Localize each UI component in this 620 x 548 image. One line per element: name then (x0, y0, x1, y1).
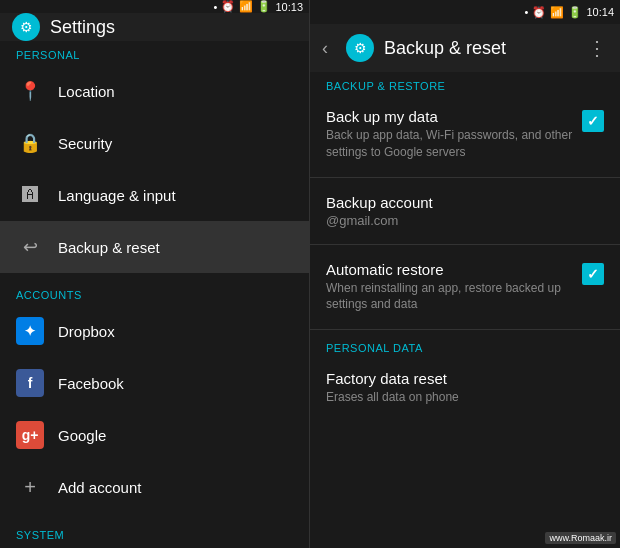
section-personal-data: PERSONAL DATA Factory data reset Erases … (310, 334, 620, 418)
factory-reset-title: Factory data reset (326, 370, 604, 387)
status-bar-right: • ⏰ 📶 🔋 10:14 (310, 0, 620, 24)
settings-title: Settings (50, 17, 297, 38)
backup-label: Backup & reset (58, 239, 160, 256)
divider-personal-data (310, 329, 620, 330)
security-label: Security (58, 135, 112, 152)
auto-restore-desc: When reinstalling an app, restore backed… (326, 280, 574, 314)
status-bar-left: • ⏰ 📶 🔋 10:13 (0, 0, 309, 13)
backup-restore-header: BACKUP & RESTORE (310, 72, 620, 96)
auto-restore-checkbox[interactable]: ✓ (582, 263, 604, 285)
location-label: Location (58, 83, 115, 100)
backup-data-checkbox[interactable]: ✓ (582, 110, 604, 132)
time-right: 10:14 (586, 6, 614, 18)
right-panel: • ⏰ 📶 🔋 10:14 ‹ ⚙ Backup & reset ⋮ BACKU… (310, 0, 620, 548)
backup-data-desc: Back up app data, Wi-Fi passwords, and o… (326, 127, 574, 161)
facebook-label: Facebook (58, 375, 124, 392)
section-accounts: ACCOUNTS ✦ Dropbox f Facebook g+ Google … (0, 281, 309, 513)
sidebar-item-add-account[interactable]: + Add account (0, 461, 309, 513)
divider-backup-account (310, 177, 620, 178)
status-icons-left: • ⏰ 📶 🔋 10:13 (214, 0, 303, 13)
backup-data-title: Back up my data (326, 108, 582, 125)
dropbox-app-icon: ✦ (16, 317, 44, 345)
sidebar-item-backup[interactable]: ↩ Backup & reset (0, 221, 309, 273)
divider-auto-restore (310, 244, 620, 245)
auto-restore-item[interactable]: Automatic restore When reinstalling an a… (310, 249, 620, 326)
sidebar-item-facebook[interactable]: f Facebook (0, 357, 309, 409)
backup-reset-gear-icon: ⚙ (346, 34, 374, 62)
watermark: www.Romaak.ir (545, 532, 616, 544)
language-icon: 🅰 (16, 181, 44, 209)
backup-account-email: @gmail.com (326, 213, 604, 228)
sidebar-item-google[interactable]: g+ Google (0, 409, 309, 461)
google-label: Google (58, 427, 106, 444)
section-system-header: SYSTEM (0, 521, 309, 545)
backup-my-data-item[interactable]: Back up my data Back up app data, Wi-Fi … (310, 96, 620, 173)
factory-reset-item[interactable]: Factory data reset Erases all data on ph… (310, 358, 620, 418)
time-left: 10:13 (275, 1, 303, 13)
backup-icon: ↩ (16, 233, 44, 261)
security-icon: 🔒 (16, 129, 44, 157)
back-icon[interactable]: ‹ (322, 38, 328, 59)
backup-reset-title: Backup & reset (384, 38, 577, 59)
facebook-app-icon: f (16, 369, 44, 397)
location-icon: 📍 (16, 77, 44, 105)
sidebar-item-language[interactable]: 🅰 Language & input (0, 169, 309, 221)
toolbar-left: ⚙ Settings (0, 13, 309, 41)
left-panel: • ⏰ 📶 🔋 10:13 ⚙ Settings PERSONAL 📍 Loca… (0, 0, 310, 548)
overflow-menu-icon[interactable]: ⋮ (587, 36, 608, 60)
language-label: Language & input (58, 187, 176, 204)
toolbar-right: ‹ ⚙ Backup & reset ⋮ (310, 24, 620, 72)
personal-data-header: PERSONAL DATA (310, 334, 620, 358)
sidebar-item-security[interactable]: 🔒 Security (0, 117, 309, 169)
sidebar-item-dropbox[interactable]: ✦ Dropbox (0, 305, 309, 357)
sidebar-item-location[interactable]: 📍 Location (0, 65, 309, 117)
section-system: SYSTEM ⏰ Date & time ♿ Accessibility (0, 521, 309, 548)
auto-restore-title: Automatic restore (326, 261, 582, 278)
section-personal: PERSONAL 📍 Location 🔒 Security 🅰 Languag… (0, 41, 309, 273)
section-backup-restore: BACKUP & RESTORE Back up my data Back up… (310, 72, 620, 325)
section-accounts-header: ACCOUNTS (0, 281, 309, 305)
backup-account-title: Backup account (326, 194, 604, 211)
backup-account-item[interactable]: Backup account @gmail.com (310, 182, 620, 240)
factory-reset-desc: Erases all data on phone (326, 389, 596, 406)
add-account-label: Add account (58, 479, 141, 496)
settings-gear-icon: ⚙ (12, 13, 40, 41)
status-icons-right: • ⏰ 📶 🔋 10:14 (525, 6, 614, 19)
dropbox-label: Dropbox (58, 323, 115, 340)
add-account-icon: + (16, 473, 44, 501)
section-personal-header: PERSONAL (0, 41, 309, 65)
google-app-icon: g+ (16, 421, 44, 449)
